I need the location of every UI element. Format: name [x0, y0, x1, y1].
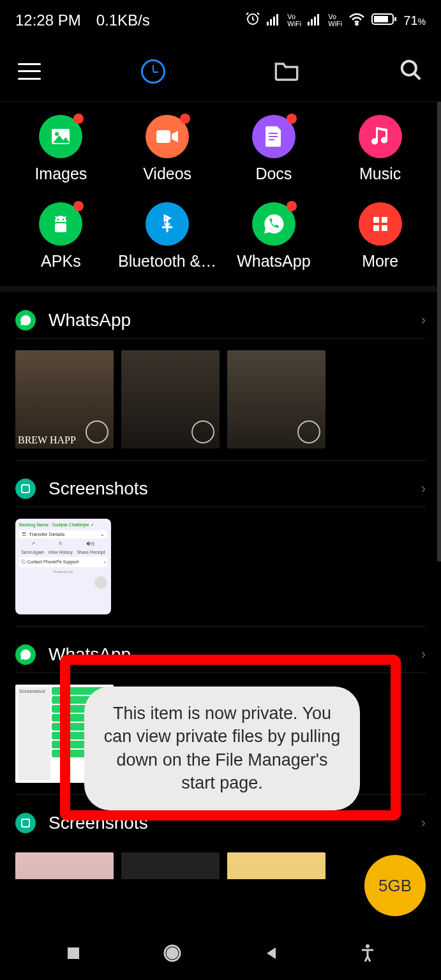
scrollbar[interactable]: [437, 102, 441, 561]
svg-rect-17: [269, 133, 278, 134]
screenshot-icon: [15, 479, 36, 499]
signal-icon: [267, 11, 281, 29]
svg-rect-22: [55, 223, 66, 232]
media-thumbnail[interactable]: BREW HAPP: [15, 350, 114, 449]
svg-rect-12: [374, 16, 388, 22]
menu-button[interactable]: [18, 63, 41, 80]
svg-rect-26: [382, 225, 387, 231]
nav-back[interactable]: [263, 945, 280, 964]
svg-rect-1: [267, 22, 269, 26]
storage-fab[interactable]: 5GB: [364, 855, 426, 916]
status-time: 12:28 PM: [15, 11, 81, 29]
svg-rect-19: [269, 139, 274, 140]
svg-rect-8: [317, 14, 319, 26]
category-label: Music: [359, 165, 401, 183]
system-nav-bar: [0, 929, 441, 980]
svg-rect-28: [22, 819, 29, 827]
search-button[interactable]: [399, 58, 423, 85]
category-music[interactable]: Music: [327, 115, 433, 183]
category-docs[interactable]: Docs: [221, 115, 327, 183]
alarm-icon: [245, 11, 260, 30]
status-speed: 0.1KB/s: [96, 11, 150, 29]
svg-rect-16: [156, 130, 170, 143]
svg-point-9: [356, 24, 358, 26]
whatsapp-icon: [15, 644, 36, 665]
tab-recent[interactable]: [141, 59, 165, 84]
signal-icon-2: [308, 11, 322, 29]
svg-rect-11: [394, 17, 396, 21]
battery-percent: 71%: [403, 13, 426, 28]
media-thumbnail[interactable]: [121, 350, 220, 449]
svg-rect-6: [311, 19, 313, 26]
screenshot-icon: [15, 813, 36, 833]
category-videos[interactable]: Videos: [114, 115, 221, 183]
svg-rect-23: [373, 217, 379, 223]
category-more[interactable]: More: [327, 202, 433, 271]
toast-message: This item is now private. You can view p…: [84, 687, 360, 810]
svg-rect-18: [269, 136, 278, 137]
tab-folders[interactable]: [274, 59, 299, 84]
svg-rect-5: [308, 22, 310, 26]
section-header[interactable]: WhatsApp ›: [15, 302, 426, 339]
section-title: WhatsApp: [49, 310, 131, 330]
nav-recents[interactable]: [65, 945, 82, 964]
category-bluetooth[interactable]: Bluetooth &…: [114, 202, 221, 271]
media-thumbnail[interactable]: [15, 852, 114, 879]
category-images[interactable]: Images: [8, 115, 114, 183]
vowifi-icon: VoWiFi: [287, 13, 301, 27]
category-apks[interactable]: APKs: [8, 202, 114, 271]
category-label: More: [362, 252, 398, 271]
svg-rect-7: [314, 17, 316, 26]
chevron-right-icon: ›: [421, 312, 426, 329]
svg-point-32: [366, 944, 370, 948]
section-whatsapp-1: WhatsApp › BREW HAPP: [0, 292, 441, 461]
section-title: Screenshots: [49, 479, 148, 499]
nav-accessibility[interactable]: [359, 944, 376, 965]
category-label: Images: [34, 165, 87, 183]
section-screenshots-1: Screenshots › Banking Name · Sudipta Cha…: [0, 461, 441, 627]
category-grid: Images Videos Docs Music APKs Bluetooth …: [0, 102, 441, 292]
svg-rect-2: [270, 19, 272, 26]
section-header[interactable]: Screenshots ›: [15, 471, 426, 507]
svg-point-15: [55, 132, 59, 136]
nav-home[interactable]: [161, 942, 183, 967]
chevron-right-icon: ›: [421, 815, 426, 831]
chevron-right-icon: ›: [421, 646, 426, 663]
svg-point-31: [167, 948, 177, 958]
wifi-icon: [348, 11, 365, 29]
media-thumbnail[interactable]: [227, 350, 325, 449]
category-label: APKs: [41, 252, 81, 271]
svg-rect-27: [22, 485, 29, 493]
whatsapp-icon: [15, 310, 36, 330]
app-bar: [0, 41, 441, 102]
svg-rect-24: [382, 217, 387, 223]
category-label: Bluetooth &…: [118, 252, 216, 271]
media-thumbnail[interactable]: [227, 852, 325, 879]
category-whatsapp[interactable]: WhatsApp: [221, 202, 327, 271]
category-label: Docs: [255, 165, 292, 183]
svg-rect-25: [373, 225, 379, 231]
media-thumbnail[interactable]: Banking Name · Sudipta Chatterjee ✓ ☰ Tr…: [15, 519, 111, 614]
media-thumbnail[interactable]: [121, 852, 220, 879]
category-label: WhatsApp: [237, 252, 310, 271]
svg-rect-4: [276, 14, 278, 26]
svg-point-13: [402, 61, 416, 75]
category-label: Videos: [143, 165, 191, 183]
svg-rect-29: [68, 947, 79, 959]
status-bar: 12:28 PM 0.1KB/s VoWiFi VoWiFi 71%: [0, 0, 441, 41]
svg-rect-3: [273, 17, 275, 26]
chevron-right-icon: ›: [421, 480, 426, 497]
battery-icon: [371, 11, 397, 29]
vowifi-icon-2: VoWiFi: [328, 13, 342, 27]
